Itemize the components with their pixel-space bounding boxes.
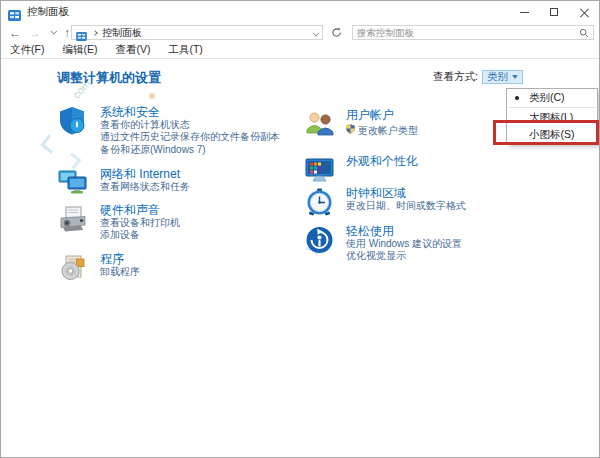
maximize-icon <box>550 8 558 16</box>
view-by-label: 查看方式: <box>433 70 478 84</box>
menu-tools[interactable]: 工具(T) <box>159 43 211 57</box>
printer-icon[interactable] <box>57 203 89 235</box>
link-file-history-backup[interactable]: 通过文件历史记录保存你的文件备份副本 <box>100 131 280 143</box>
link-uninstall-program[interactable]: 卸载程序 <box>100 266 140 278</box>
address-control-panel-icon <box>76 27 89 38</box>
search-icon[interactable] <box>579 24 589 42</box>
refresh-button[interactable] <box>328 25 345 40</box>
menu-bar: 文件(F) 编辑(E) 查看(V) 工具(T) <box>1 42 599 59</box>
category-title-programs[interactable]: 程序 <box>100 252 140 266</box>
category-title-clock-region[interactable]: 时钟和区域 <box>346 186 466 200</box>
control-panel-window: 控制面板 ← → ↑ 控制面板 <box>0 0 600 458</box>
shield-icon[interactable] <box>57 105 89 137</box>
title-bar: 控制面板 <box>1 1 599 23</box>
category-hardware-sound: 硬件和声音 查看设备和打印机 添加设备 <box>57 203 180 242</box>
menu-file[interactable]: 文件(F) <box>1 43 53 57</box>
category-title-network-internet[interactable]: 网络和 Internet <box>100 167 190 181</box>
category-network-internet: 网络和 Internet 查看网络状态和任务 <box>57 167 190 199</box>
menu-item-large-icons[interactable]: 大图标(L) <box>507 109 597 126</box>
control-panel-icon <box>8 7 21 18</box>
menu-edit[interactable]: 编辑(E) <box>53 43 106 57</box>
link-optimize-visual-display[interactable]: 优化视觉显示 <box>346 250 462 262</box>
category-user-accounts: 用户帐户 更改帐户类型 <box>304 108 418 140</box>
view-by-dropdown-button[interactable]: 类别 <box>482 70 523 84</box>
link-change-date-time-formats[interactable]: 更改日期、时间或数字格式 <box>346 200 466 212</box>
search-input[interactable] <box>353 27 579 38</box>
back-button[interactable]: ← <box>5 27 25 39</box>
address-dropdown-chevron-icon[interactable] <box>313 30 320 37</box>
close-button[interactable] <box>569 1 599 23</box>
minimize-button[interactable] <box>509 1 539 23</box>
menu-item-category[interactable]: 类别(C) <box>507 89 597 106</box>
refresh-icon <box>331 27 342 38</box>
ease-of-access-icon[interactable] <box>304 224 336 256</box>
link-backup-restore-win7[interactable]: 备份和还原(Windows 7) <box>100 144 280 156</box>
category-appearance-personalization: 外观和个性化 <box>304 154 418 186</box>
link-network-status-tasks[interactable]: 查看网络状态和任务 <box>100 181 190 193</box>
content-area: com 调整计算机的设置 查看方式: 类别 系统和安全 查看你的计算机状态 通过… <box>1 59 599 458</box>
uac-shield-icon <box>346 124 355 137</box>
category-title-ease-of-access[interactable]: 轻松使用 <box>346 224 462 238</box>
link-devices-printers[interactable]: 查看设备和打印机 <box>100 217 180 229</box>
category-clock-region: 时钟和区域 更改日期、时间或数字格式 <box>304 186 466 218</box>
close-icon <box>580 8 589 17</box>
watermark-dot <box>149 93 155 99</box>
view-by-dropdown-menu: 类别(C) 大图标(L) 小图标(S) <box>506 88 598 144</box>
users-icon[interactable] <box>304 108 336 140</box>
clock-icon[interactable] <box>304 186 336 218</box>
search-box <box>352 25 594 40</box>
link-windows-suggested-settings[interactable]: 使用 Windows 建议的设置 <box>346 238 462 250</box>
network-monitors-icon[interactable] <box>57 167 89 199</box>
link-add-device[interactable]: 添加设备 <box>100 229 180 241</box>
breadcrumb-chevron-icon <box>92 30 98 36</box>
address-bar[interactable]: 控制面板 <box>71 25 323 40</box>
category-title-system-security[interactable]: 系统和安全 <box>100 105 280 119</box>
breadcrumb[interactable]: 控制面板 <box>102 26 142 40</box>
radio-dot-icon <box>515 96 519 100</box>
maximize-button[interactable] <box>539 1 569 23</box>
view-by-control: 查看方式: 类别 <box>433 70 523 84</box>
monitor-palette-icon[interactable] <box>304 154 336 186</box>
category-programs: 程序 卸载程序 <box>57 252 140 284</box>
link-change-account-type[interactable]: 更改帐户类型 <box>346 124 418 137</box>
forward-button[interactable]: → <box>25 27 45 39</box>
category-ease-of-access: 轻松使用 使用 Windows 建议的设置 优化视觉显示 <box>304 224 462 263</box>
page-title: 调整计算机的设置 <box>57 69 161 87</box>
menu-view[interactable]: 查看(V) <box>106 43 159 57</box>
category-title-user-accounts[interactable]: 用户帐户 <box>346 108 418 122</box>
disc-icon[interactable] <box>57 252 89 284</box>
category-system-security: 系统和安全 查看你的计算机状态 通过文件历史记录保存你的文件备份副本 备份和还原… <box>57 105 280 156</box>
menu-separator <box>509 107 595 108</box>
menu-item-small-icons[interactable]: 小图标(S) <box>507 126 597 143</box>
link-view-computer-status[interactable]: 查看你的计算机状态 <box>100 119 280 131</box>
navigation-bar: ← → ↑ 控制面板 <box>1 23 599 42</box>
category-title-appearance[interactable]: 外观和个性化 <box>346 154 418 168</box>
chevron-down-icon <box>512 75 518 79</box>
category-title-hardware-sound[interactable]: 硬件和声音 <box>100 203 180 217</box>
window-title: 控制面板 <box>27 5 69 19</box>
minimize-icon <box>520 12 529 13</box>
recent-pages-chevron-icon[interactable] <box>50 28 57 35</box>
